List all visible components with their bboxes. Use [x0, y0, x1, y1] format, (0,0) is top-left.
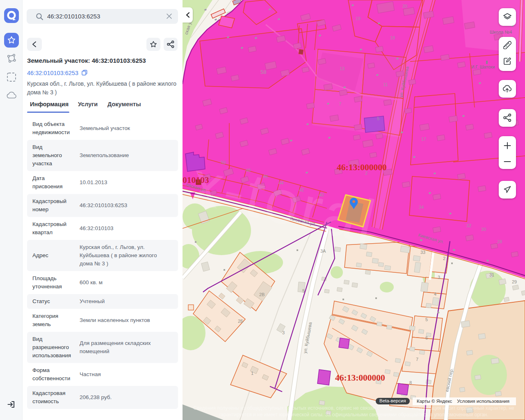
svg-text:13: 13: [340, 66, 345, 71]
svg-text:2: 2: [443, 256, 445, 261]
svg-text:2В: 2В: [259, 292, 265, 297]
svg-text:46:13:000000: 46:13:000000: [335, 373, 385, 383]
svg-text:3: 3: [438, 275, 440, 280]
svg-text:17: 17: [421, 137, 426, 142]
svg-text:32: 32: [466, 223, 471, 228]
svg-text:5: 5: [302, 288, 305, 293]
svg-text:7: 7: [416, 357, 418, 362]
svg-text:46: 46: [263, 174, 268, 179]
svg-text:29: 29: [512, 279, 517, 284]
svg-text:31: 31: [489, 272, 494, 277]
svg-text:42: 42: [299, 187, 304, 192]
svg-text:20: 20: [402, 4, 407, 9]
svg-text:30: 30: [481, 227, 486, 232]
svg-text:19: 19: [356, 16, 361, 21]
svg-text:50: 50: [221, 160, 226, 165]
svg-text:1: 1: [251, 371, 253, 376]
svg-text:6: 6: [425, 336, 428, 340]
svg-text:58: 58: [260, 69, 266, 75]
svg-text:46:13:000000: 46:13:000000: [337, 162, 387, 172]
svg-text:010103: 010103: [183, 175, 209, 185]
svg-text:11: 11: [383, 82, 388, 87]
svg-text:3: 3: [282, 330, 285, 335]
svg-text:3А: 3А: [320, 249, 326, 253]
svg-text:7: 7: [339, 101, 341, 106]
svg-text:И.Г. Шатохи: И.Г. Шатохи: [471, 64, 495, 69]
svg-text:5: 5: [425, 317, 428, 322]
svg-text:40: 40: [319, 192, 324, 197]
svg-text:44: 44: [278, 180, 283, 185]
svg-text:Школа №4: Школа №4: [490, 30, 512, 34]
svg-text:5: 5: [377, 116, 379, 121]
svg-text:18: 18: [390, 35, 395, 40]
svg-text:8: 8: [409, 380, 412, 385]
svg-text:28: 28: [497, 239, 502, 244]
svg-text:48: 48: [246, 168, 251, 173]
svg-text:2Б: 2Б: [238, 319, 243, 324]
svg-text:4: 4: [434, 292, 436, 297]
svg-text:34: 34: [419, 205, 424, 210]
svg-text:33: 33: [420, 250, 425, 255]
